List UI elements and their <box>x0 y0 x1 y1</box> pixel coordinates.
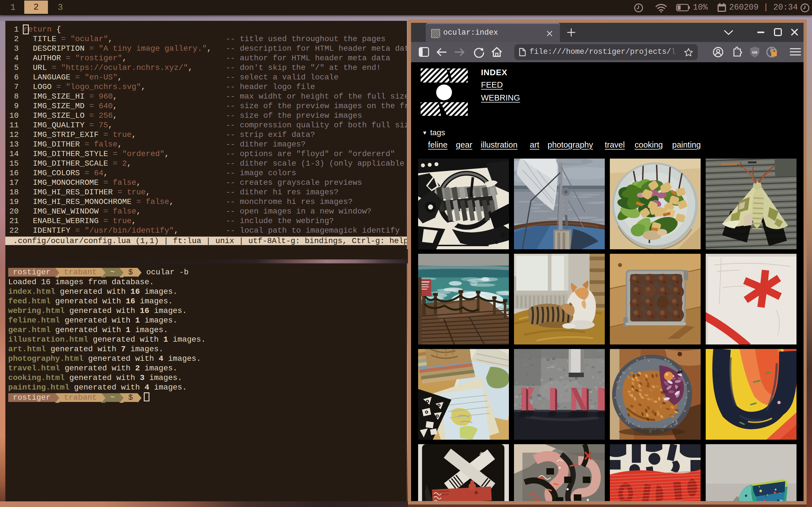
svg-text:uo: uo <box>752 50 757 54</box>
